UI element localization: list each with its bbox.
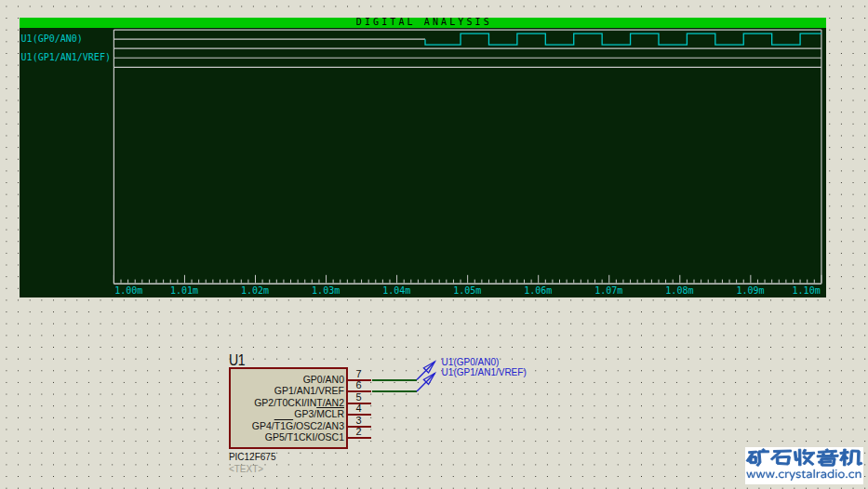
x-tick-label: 1.10m bbox=[793, 286, 821, 296]
proteus-schematic-canvas: DIGITAL ANALYSIS U1(GP0/AN0) U1(GP1/AN1/… bbox=[0, 0, 868, 489]
x-tick-label: 1.07m bbox=[594, 286, 622, 296]
timing-plot bbox=[20, 18, 826, 297]
x-tick-label: 1.00m bbox=[114, 286, 142, 296]
pin-name-gp1-an1-vref: GP1/AN1/VREF bbox=[274, 386, 344, 396]
x-tick-label: 1.01m bbox=[170, 286, 198, 296]
plot-border bbox=[114, 30, 821, 284]
pin-number-2: 2 bbox=[356, 427, 362, 436]
wire-pin-7[interactable] bbox=[372, 379, 418, 381]
pin-name-gp3-mclr: GP3/MCLR bbox=[294, 409, 344, 419]
pin-stub-2[interactable] bbox=[348, 437, 371, 439]
probe-label-1[interactable]: U1(GP1/AN1/VREF) bbox=[442, 367, 527, 377]
component-text-placeholder: <TEXT> bbox=[229, 464, 263, 474]
pin-number-5: 5 bbox=[356, 392, 362, 402]
component-value[interactable]: PIC12F675 bbox=[229, 452, 276, 462]
pin-number-4: 4 bbox=[356, 403, 362, 413]
x-tick-label: 1.03m bbox=[312, 286, 340, 296]
digital-analysis-graph-window[interactable]: DIGITAL ANALYSIS U1(GP0/AN0) U1(GP1/AN1/… bbox=[20, 18, 826, 297]
probe-label-0[interactable]: U1(GP0/AN0) bbox=[442, 357, 500, 367]
x-axis-ticks bbox=[114, 275, 821, 284]
x-tick-label: 1.09m bbox=[736, 286, 764, 296]
trace-1-graphics bbox=[114, 58, 821, 67]
trace-0-graphics bbox=[114, 33, 821, 48]
pin-name-gp0-an0: GP0/AN0 bbox=[303, 375, 344, 385]
x-tick-label: 1.04m bbox=[382, 286, 410, 296]
pin-number-3: 3 bbox=[356, 416, 362, 425]
watermark bbox=[745, 447, 864, 484]
x-tick-label: 1.06m bbox=[524, 286, 552, 296]
pin-name-gp4-t1g-osc2-an3: GP4/T1G/OSC2/AN3 bbox=[252, 421, 344, 431]
x-tick-label: 1.02m bbox=[241, 286, 269, 296]
voltage-probe-icon[interactable] bbox=[417, 373, 434, 390]
pin-name-gp2-t0cki-int-an2: GP2/T0CKI/INT/AN2 bbox=[254, 398, 344, 408]
wire-pin-6[interactable] bbox=[372, 390, 418, 392]
pin-number-6: 6 bbox=[356, 380, 362, 390]
trace-waveform bbox=[425, 33, 821, 45]
pin-name-gp5-t1cki-osc1: GP5/T1CKI/OSC1 bbox=[265, 432, 344, 443]
voltage-probe-icon[interactable] bbox=[417, 362, 434, 379]
x-tick-label: 1.08m bbox=[665, 286, 693, 296]
component-reference[interactable]: U1 bbox=[229, 353, 245, 368]
x-tick-label: 1.05m bbox=[453, 286, 481, 296]
pin-number-7: 7 bbox=[356, 369, 362, 378]
